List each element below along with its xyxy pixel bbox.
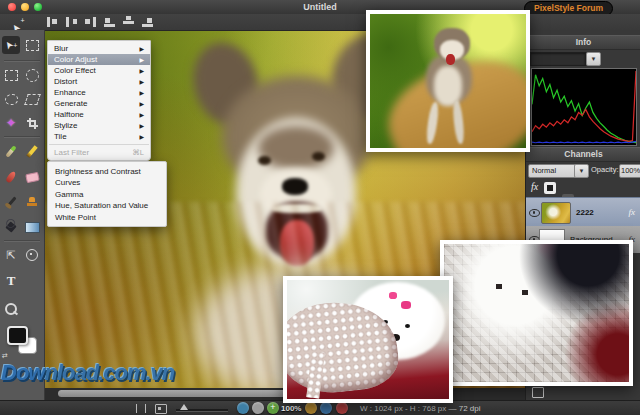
title-bar: Untitled PixelStyle Forum xyxy=(0,0,640,15)
ellipse-select-icon[interactable] xyxy=(23,66,41,84)
layer-fx-button[interactable]: fx xyxy=(629,207,636,217)
zoom-slider-thumb[interactable] xyxy=(180,404,188,410)
menu-item-color-adjust[interactable]: Color Adjust▶ xyxy=(48,54,150,65)
submenu-item-curves[interactable]: Curves xyxy=(48,177,166,189)
menu-item-blur[interactable]: Blur▶ xyxy=(48,43,150,54)
submenu-arrow-icon: ▶ xyxy=(139,122,144,129)
layer-name: 2222 xyxy=(576,208,594,217)
menu-item-stylize[interactable]: Stylize▶ xyxy=(48,120,150,131)
document-size-info: W : 1024 px - H : 768 px — 72 dpi xyxy=(360,404,481,413)
options-toolbar: ➤+ xyxy=(0,14,640,31)
palette-divider xyxy=(4,240,40,242)
submenu-arrow-icon: ▶ xyxy=(139,78,144,85)
submenu-arrow-icon: ▶ xyxy=(139,133,144,140)
blend-mode-select[interactable]: Normal xyxy=(528,164,580,178)
align-center-horizontal-icon[interactable] xyxy=(65,16,78,28)
mosaic-puppy-photo xyxy=(440,240,633,386)
shortcut-label: ⌘L xyxy=(132,148,144,157)
align-right-icon[interactable] xyxy=(84,16,97,28)
effects-tool-icon[interactable] xyxy=(23,246,41,264)
layer-thumbnail[interactable] xyxy=(541,202,571,224)
menu-item-last-filter: Last Filter⌘L xyxy=(48,147,150,158)
submenu-arrow-icon: ▶ xyxy=(139,56,144,63)
color-dot-blue-button[interactable] xyxy=(237,402,249,414)
submenu-arrow-icon: ▶ xyxy=(139,89,144,96)
crop-icon[interactable] xyxy=(23,114,41,132)
new-layer-button[interactable] xyxy=(532,387,544,398)
submenu-item-gamma[interactable]: Gamma xyxy=(48,188,166,200)
color-dot-gray-button[interactable] xyxy=(252,402,264,414)
airbrush-icon[interactable] xyxy=(2,168,20,186)
info-dropdown-button[interactable]: ▼ xyxy=(586,52,601,66)
move-tool-icon[interactable]: ➤+ xyxy=(2,36,20,54)
magic-wand-icon[interactable]: ✦ xyxy=(2,114,20,132)
puppy-pearl-shoe-photo xyxy=(283,276,453,403)
submenu-item-white-point[interactable]: White Point xyxy=(48,211,166,223)
filter-menu: Blur▶ Color Adjust▶ Color Effect▶ Distor… xyxy=(47,40,151,161)
swap-colors-icon[interactable]: ⇄ xyxy=(2,352,8,360)
polygon-lasso-icon[interactable] xyxy=(23,90,41,108)
pencil-icon[interactable] xyxy=(23,142,41,160)
layer-visibility-eye-icon[interactable] xyxy=(529,209,540,217)
opacity-value[interactable]: 100% xyxy=(619,164,640,178)
align-middle-icon[interactable] xyxy=(122,16,135,28)
submenu-arrow-icon: ▶ xyxy=(139,111,144,118)
chevron-down-icon: ▼ xyxy=(591,56,597,62)
blend-mode-dropdown-button[interactable]: ▼ xyxy=(574,164,589,178)
gradient-tool-icon[interactable] xyxy=(23,218,41,236)
menu-divider xyxy=(49,144,149,145)
transform-tool-icon[interactable]: ⇱ xyxy=(2,246,20,264)
horizontal-scrollbar-thumb[interactable] xyxy=(58,390,293,397)
submenu-item-hue-saturation-value[interactable]: Hue, Saturation and Value xyxy=(48,200,166,212)
align-bottom-icon[interactable] xyxy=(141,16,154,28)
selection-marquee-icon[interactable] xyxy=(23,36,41,54)
opacity-label: Opacity: xyxy=(591,163,619,176)
histogram xyxy=(531,68,637,146)
clone-stamp-icon[interactable] xyxy=(23,193,41,211)
menu-item-enhance[interactable]: Enhance▶ xyxy=(48,87,150,98)
info-mode-dropdown[interactable] xyxy=(530,52,586,66)
color-dot-red-button[interactable] xyxy=(336,402,348,414)
submenu-arrow-icon: ▶ xyxy=(139,67,144,74)
fullscreen-icon[interactable] xyxy=(136,404,146,413)
running-husky-photo xyxy=(366,10,530,152)
submenu-item-brightness-contrast[interactable]: Brightness and Contrast xyxy=(48,165,166,177)
align-top-icon[interactable] xyxy=(103,16,116,28)
lasso-icon[interactable] xyxy=(2,90,20,108)
channels-panel-header[interactable]: Channels xyxy=(526,147,640,162)
paint-bucket-icon[interactable] xyxy=(2,218,20,236)
color-dot-olive-button[interactable] xyxy=(305,402,317,414)
layer-row-2222[interactable]: 2222 fx xyxy=(526,197,640,228)
paintbrush-icon[interactable] xyxy=(2,142,20,160)
chevron-down-icon: ▼ xyxy=(579,168,585,174)
align-left-icon[interactable] xyxy=(46,16,59,28)
eraser-icon[interactable] xyxy=(23,168,41,186)
menu-item-color-effect[interactable]: Color Effect▶ xyxy=(48,65,150,76)
eyedropper-icon[interactable] xyxy=(2,193,20,211)
menu-item-halftone[interactable]: Halftone▶ xyxy=(48,109,150,120)
tool-palette: ➤+ ✦ ⇱ T ⇄ xyxy=(0,30,45,400)
menu-item-distort[interactable]: Distort▶ xyxy=(48,76,150,87)
color-adjust-submenu: Brightness and Contrast Curves Gamma Hue… xyxy=(47,161,167,227)
foreground-color-swatch[interactable] xyxy=(7,326,28,345)
submenu-arrow-icon: ▶ xyxy=(139,45,144,52)
text-tool-icon[interactable]: T xyxy=(2,272,20,290)
zoom-level-label: 100% xyxy=(281,404,301,413)
menu-item-generate[interactable]: Generate▶ xyxy=(48,98,150,109)
color-dot-navy-button[interactable] xyxy=(320,402,332,414)
navigator-icon[interactable] xyxy=(155,404,167,414)
palette-divider xyxy=(4,60,40,62)
info-panel-header[interactable]: Info xyxy=(526,35,640,50)
fx-label: fx xyxy=(531,181,538,192)
palette-divider xyxy=(4,136,40,138)
color-swatches: ⇄ xyxy=(0,326,44,372)
zoom-plus-button[interactable]: + xyxy=(267,402,279,414)
menu-item-tile[interactable]: Tile▶ xyxy=(48,131,150,142)
zoom-tool-icon[interactable] xyxy=(2,300,20,318)
rectangle-select-icon[interactable] xyxy=(2,66,20,84)
layer-style-square-button[interactable] xyxy=(544,182,556,194)
submenu-arrow-icon: ▶ xyxy=(139,100,144,107)
